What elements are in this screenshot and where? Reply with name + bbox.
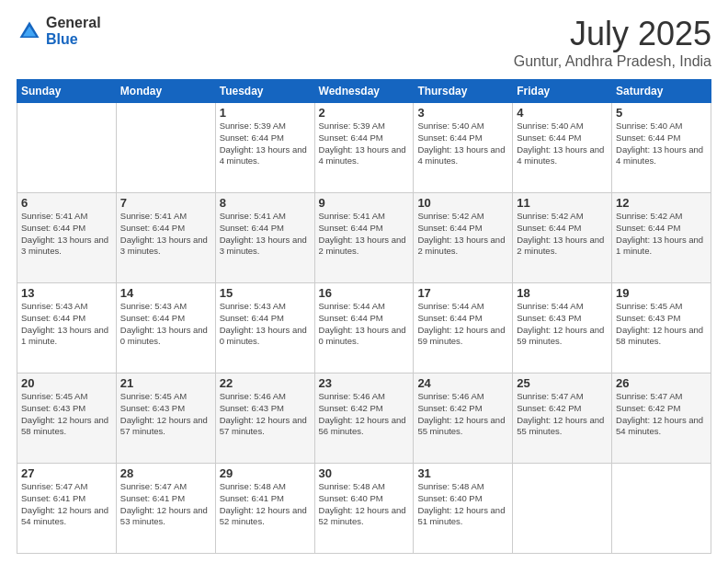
calendar-cell: 28Sunrise: 5:47 AM Sunset: 6:41 PM Dayli… bbox=[116, 464, 215, 554]
calendar-week-3: 13Sunrise: 5:43 AM Sunset: 6:44 PM Dayli… bbox=[17, 283, 711, 373]
day-detail: Sunrise: 5:43 AM Sunset: 6:44 PM Dayligh… bbox=[220, 301, 311, 348]
day-detail: Sunrise: 5:46 AM Sunset: 6:43 PM Dayligh… bbox=[220, 391, 311, 438]
day-number: 13 bbox=[21, 286, 112, 300]
weekday-header-saturday: Saturday bbox=[612, 80, 711, 103]
calendar-cell: 18Sunrise: 5:44 AM Sunset: 6:43 PM Dayli… bbox=[513, 283, 612, 373]
calendar-cell: 10Sunrise: 5:42 AM Sunset: 6:44 PM Dayli… bbox=[414, 193, 513, 283]
calendar-cell: 1Sunrise: 5:39 AM Sunset: 6:44 PM Daylig… bbox=[215, 103, 314, 193]
calendar-cell: 25Sunrise: 5:47 AM Sunset: 6:42 PM Dayli… bbox=[513, 373, 612, 464]
calendar-cell: 31Sunrise: 5:48 AM Sunset: 6:40 PM Dayli… bbox=[414, 464, 513, 554]
calendar-cell: 12Sunrise: 5:42 AM Sunset: 6:44 PM Dayli… bbox=[612, 193, 711, 283]
calendar-cell bbox=[513, 464, 612, 554]
calendar-cell bbox=[612, 464, 711, 554]
day-number: 18 bbox=[517, 286, 608, 300]
day-number: 3 bbox=[417, 106, 508, 120]
calendar-cell: 29Sunrise: 5:48 AM Sunset: 6:41 PM Dayli… bbox=[215, 464, 314, 554]
day-detail: Sunrise: 5:48 AM Sunset: 6:41 PM Dayligh… bbox=[220, 481, 311, 528]
weekday-header-friday: Friday bbox=[513, 80, 612, 103]
day-detail: Sunrise: 5:41 AM Sunset: 6:44 PM Dayligh… bbox=[220, 211, 311, 258]
day-number: 28 bbox=[120, 466, 211, 480]
day-number: 12 bbox=[616, 196, 707, 210]
calendar-cell: 22Sunrise: 5:46 AM Sunset: 6:43 PM Dayli… bbox=[215, 373, 314, 464]
weekday-header-wednesday: Wednesday bbox=[314, 80, 414, 103]
day-number: 30 bbox=[319, 466, 410, 480]
calendar-cell: 5Sunrise: 5:40 AM Sunset: 6:44 PM Daylig… bbox=[612, 103, 711, 193]
day-number: 11 bbox=[517, 196, 608, 210]
calendar-body: 1Sunrise: 5:39 AM Sunset: 6:44 PM Daylig… bbox=[17, 103, 711, 554]
calendar-cell: 6Sunrise: 5:41 AM Sunset: 6:44 PM Daylig… bbox=[17, 193, 117, 283]
day-detail: Sunrise: 5:41 AM Sunset: 6:44 PM Dayligh… bbox=[120, 211, 211, 258]
calendar-cell: 16Sunrise: 5:44 AM Sunset: 6:44 PM Dayli… bbox=[314, 283, 414, 373]
calendar-cell: 8Sunrise: 5:41 AM Sunset: 6:44 PM Daylig… bbox=[215, 193, 314, 283]
calendar-cell: 3Sunrise: 5:40 AM Sunset: 6:44 PM Daylig… bbox=[414, 103, 513, 193]
day-number: 25 bbox=[517, 376, 608, 390]
weekday-header-row: SundayMondayTuesdayWednesdayThursdayFrid… bbox=[17, 80, 711, 103]
calendar-cell: 20Sunrise: 5:45 AM Sunset: 6:43 PM Dayli… bbox=[17, 373, 117, 464]
calendar-cell bbox=[116, 103, 215, 193]
day-detail: Sunrise: 5:44 AM Sunset: 6:43 PM Dayligh… bbox=[517, 301, 608, 348]
day-number: 21 bbox=[120, 376, 211, 390]
day-detail: Sunrise: 5:40 AM Sunset: 6:44 PM Dayligh… bbox=[517, 121, 608, 167]
calendar-week-2: 6Sunrise: 5:41 AM Sunset: 6:44 PM Daylig… bbox=[17, 193, 711, 283]
day-detail: Sunrise: 5:40 AM Sunset: 6:44 PM Dayligh… bbox=[616, 121, 707, 167]
day-detail: Sunrise: 5:41 AM Sunset: 6:44 PM Dayligh… bbox=[21, 211, 112, 258]
day-number: 9 bbox=[319, 196, 410, 210]
logo-text: General Blue bbox=[46, 15, 101, 47]
day-detail: Sunrise: 5:42 AM Sunset: 6:44 PM Dayligh… bbox=[616, 211, 707, 258]
day-number: 29 bbox=[220, 466, 311, 480]
day-number: 2 bbox=[319, 106, 410, 120]
calendar-subtitle: Guntur, Andhra Pradesh, India bbox=[514, 53, 711, 70]
day-number: 27 bbox=[21, 466, 112, 480]
day-detail: Sunrise: 5:48 AM Sunset: 6:40 PM Dayligh… bbox=[319, 481, 410, 528]
day-detail: Sunrise: 5:47 AM Sunset: 6:42 PM Dayligh… bbox=[616, 391, 707, 438]
day-number: 20 bbox=[21, 376, 112, 390]
calendar-header: SundayMondayTuesdayWednesdayThursdayFrid… bbox=[17, 80, 711, 103]
calendar-title: July 2025 bbox=[514, 15, 711, 53]
calendar-cell: 9Sunrise: 5:41 AM Sunset: 6:44 PM Daylig… bbox=[314, 193, 414, 283]
weekday-header-monday: Monday bbox=[116, 80, 215, 103]
day-detail: Sunrise: 5:44 AM Sunset: 6:44 PM Dayligh… bbox=[319, 301, 410, 348]
day-number: 19 bbox=[616, 286, 707, 300]
day-number: 15 bbox=[220, 286, 311, 300]
day-detail: Sunrise: 5:45 AM Sunset: 6:43 PM Dayligh… bbox=[21, 391, 112, 438]
day-number: 1 bbox=[220, 106, 311, 120]
calendar-cell: 23Sunrise: 5:46 AM Sunset: 6:42 PM Dayli… bbox=[314, 373, 414, 464]
day-number: 26 bbox=[616, 376, 707, 390]
day-detail: Sunrise: 5:40 AM Sunset: 6:44 PM Dayligh… bbox=[417, 121, 508, 167]
day-number: 8 bbox=[220, 196, 311, 210]
day-detail: Sunrise: 5:45 AM Sunset: 6:43 PM Dayligh… bbox=[616, 301, 707, 348]
calendar-cell: 27Sunrise: 5:47 AM Sunset: 6:41 PM Dayli… bbox=[17, 464, 117, 554]
calendar-cell: 26Sunrise: 5:47 AM Sunset: 6:42 PM Dayli… bbox=[612, 373, 711, 464]
calendar-cell: 13Sunrise: 5:43 AM Sunset: 6:44 PM Dayli… bbox=[17, 283, 117, 373]
day-detail: Sunrise: 5:43 AM Sunset: 6:44 PM Dayligh… bbox=[21, 301, 112, 348]
title-block: July 2025 Guntur, Andhra Pradesh, India bbox=[514, 15, 711, 70]
calendar-cell: 30Sunrise: 5:48 AM Sunset: 6:40 PM Dayli… bbox=[314, 464, 414, 554]
day-detail: Sunrise: 5:44 AM Sunset: 6:44 PM Dayligh… bbox=[417, 301, 508, 348]
day-number: 7 bbox=[120, 196, 211, 210]
calendar-cell: 21Sunrise: 5:45 AM Sunset: 6:43 PM Dayli… bbox=[116, 373, 215, 464]
day-detail: Sunrise: 5:46 AM Sunset: 6:42 PM Dayligh… bbox=[319, 391, 410, 438]
calendar-cell: 7Sunrise: 5:41 AM Sunset: 6:44 PM Daylig… bbox=[116, 193, 215, 283]
day-number: 6 bbox=[21, 196, 112, 210]
day-detail: Sunrise: 5:41 AM Sunset: 6:44 PM Dayligh… bbox=[319, 211, 410, 258]
calendar-cell: 11Sunrise: 5:42 AM Sunset: 6:44 PM Dayli… bbox=[513, 193, 612, 283]
logo-blue: Blue bbox=[46, 31, 101, 48]
calendar-cell: 14Sunrise: 5:43 AM Sunset: 6:44 PM Dayli… bbox=[116, 283, 215, 373]
weekday-header-tuesday: Tuesday bbox=[215, 80, 314, 103]
logo-icon bbox=[17, 18, 42, 44]
day-number: 17 bbox=[417, 286, 508, 300]
day-detail: Sunrise: 5:39 AM Sunset: 6:44 PM Dayligh… bbox=[319, 121, 410, 167]
calendar-cell bbox=[17, 103, 117, 193]
header: General Blue July 2025 Guntur, Andhra Pr… bbox=[17, 15, 711, 70]
weekday-header-sunday: Sunday bbox=[17, 80, 117, 103]
day-detail: Sunrise: 5:47 AM Sunset: 6:41 PM Dayligh… bbox=[21, 481, 112, 528]
day-number: 4 bbox=[517, 106, 608, 120]
logo: General Blue bbox=[17, 15, 101, 47]
logo-general: General bbox=[46, 15, 101, 31]
day-detail: Sunrise: 5:42 AM Sunset: 6:44 PM Dayligh… bbox=[517, 211, 608, 258]
calendar-cell: 24Sunrise: 5:46 AM Sunset: 6:42 PM Dayli… bbox=[414, 373, 513, 464]
day-number: 10 bbox=[417, 196, 508, 210]
calendar-cell: 17Sunrise: 5:44 AM Sunset: 6:44 PM Dayli… bbox=[414, 283, 513, 373]
calendar-cell: 19Sunrise: 5:45 AM Sunset: 6:43 PM Dayli… bbox=[612, 283, 711, 373]
day-number: 31 bbox=[417, 466, 508, 480]
